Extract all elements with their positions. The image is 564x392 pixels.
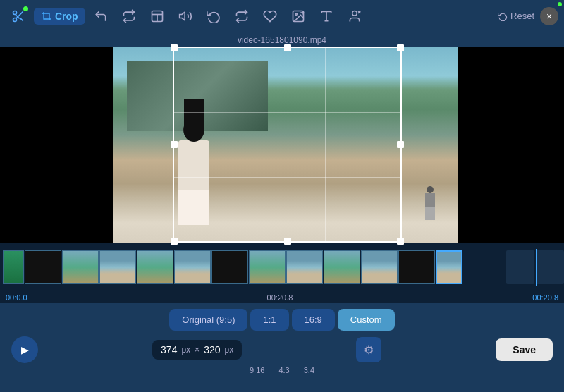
toolbar-right: Reset × (498, 7, 558, 25)
left-letterbox (0, 47, 113, 243)
settings-icon: ⚙ (364, 343, 374, 357)
time-mid: 00:20.8 (267, 293, 293, 302)
video-area (0, 47, 564, 243)
thumb-3[interactable] (62, 250, 99, 284)
dim-separator: × (195, 345, 200, 355)
height-value[interactable]: 320 (204, 344, 220, 355)
sub-ratio-3[interactable]: 3:4 (304, 366, 314, 374)
crop-handle-top-mid[interactable] (284, 44, 291, 51)
width-unit: px (181, 345, 190, 355)
rotate-tool[interactable] (201, 4, 226, 29)
person-tool[interactable] (342, 4, 367, 29)
reset-button[interactable]: Reset (498, 11, 534, 21)
media-add-tool[interactable] (286, 4, 311, 29)
dimension-input[interactable]: 374 px × 320 px (152, 340, 242, 360)
ghost-2 (536, 250, 564, 284)
crop-handle-bottom-mid[interactable] (284, 238, 291, 245)
ar-16-9[interactable]: 16:9 (292, 309, 335, 331)
right-letterbox (455, 47, 564, 243)
height-unit: px (224, 345, 233, 355)
thumb-selected[interactable] (436, 250, 462, 284)
time-start: 00:0.0 (6, 293, 27, 302)
thumb-12[interactable] (398, 250, 435, 284)
thumb-11[interactable] (361, 250, 398, 284)
thumb-6[interactable] (174, 250, 211, 284)
crop-grid-horizontal (174, 48, 400, 241)
play-icon: ▶ (21, 344, 29, 355)
crop-handle-top-left[interactable] (171, 44, 178, 51)
time-bar: 00:0.0 00:20.8 00:20.8 (0, 292, 564, 303)
flip-tool[interactable] (116, 4, 142, 29)
thumb-4[interactable] (99, 250, 136, 284)
crop-tool[interactable]: Crop (34, 8, 85, 25)
crop-overlay[interactable] (173, 47, 402, 243)
svg-line-3 (20, 18, 23, 21)
aspect-ratio-row: Original (9:5) 1:1 16:9 Custom (0, 303, 564, 333)
crop-handle-mid-right[interactable] (397, 141, 404, 148)
heart-tool[interactable] (257, 4, 283, 29)
svg-marker-8 (179, 12, 184, 20)
thumb-5[interactable] (137, 250, 173, 284)
thumb-7[interactable] (212, 250, 248, 284)
sub-ratios: 9:16 4:3 3:4 (0, 366, 564, 377)
timeline-track[interactable] (0, 249, 564, 286)
thumb-10[interactable] (324, 250, 360, 284)
svg-point-1 (13, 18, 17, 21)
sub-ratio-1[interactable]: 9:16 (250, 366, 264, 374)
thumb-8[interactable] (249, 250, 286, 284)
audio-tool[interactable] (173, 4, 198, 29)
ar-1-1[interactable]: 1:1 (250, 309, 288, 331)
secondary-person (423, 186, 437, 221)
crop-label: Crop (55, 11, 78, 22)
svg-point-0 (13, 11, 17, 14)
layout-tool[interactable] (145, 4, 170, 29)
save-button[interactable]: Save (496, 338, 553, 361)
ar-custom[interactable]: Custom (338, 309, 395, 331)
text-tool[interactable] (314, 4, 339, 29)
settings-button[interactable]: ⚙ (356, 337, 381, 362)
thumb-2[interactable] (25, 250, 61, 284)
crop-handle-bottom-left[interactable] (171, 238, 178, 245)
bottom-controls: Original (9:5) 1:1 16:9 Custom ▶ 374 px … (0, 303, 564, 374)
timeline-area: 00:20.8 (0, 243, 564, 292)
play-button[interactable]: ▶ (11, 336, 38, 363)
loop-tool[interactable] (229, 4, 255, 29)
svg-point-15 (352, 11, 357, 16)
cut-tool[interactable] (6, 4, 31, 29)
undo-tool[interactable] (88, 4, 114, 29)
svg-point-10 (295, 13, 298, 14)
sub-ratio-2[interactable]: 4:3 (278, 366, 289, 374)
toolbar: Crop (0, 0, 564, 32)
thumb-9[interactable] (286, 250, 323, 284)
close-button[interactable]: × (540, 7, 558, 25)
reset-label: Reset (510, 11, 534, 21)
crop-handle-bottom-right[interactable] (397, 238, 404, 245)
ar-original[interactable]: Original (9:5) (169, 309, 247, 331)
thumb-1[interactable] (3, 250, 24, 284)
crop-handle-top-right[interactable] (397, 44, 404, 51)
controls-row: ▶ 374 px × 320 px ⚙ Save (0, 333, 564, 366)
ghost-1 (506, 250, 534, 284)
ghost-thumbnails (506, 249, 564, 286)
filename-bar: video-1651801090.mp4 (0, 32, 564, 47)
filename: video-1651801090.mp4 (238, 35, 326, 45)
playhead[interactable] (536, 249, 537, 286)
time-end: 00:20.8 (532, 293, 558, 302)
crop-handle-mid-left[interactable] (171, 141, 178, 148)
width-value[interactable]: 374 (161, 344, 177, 355)
